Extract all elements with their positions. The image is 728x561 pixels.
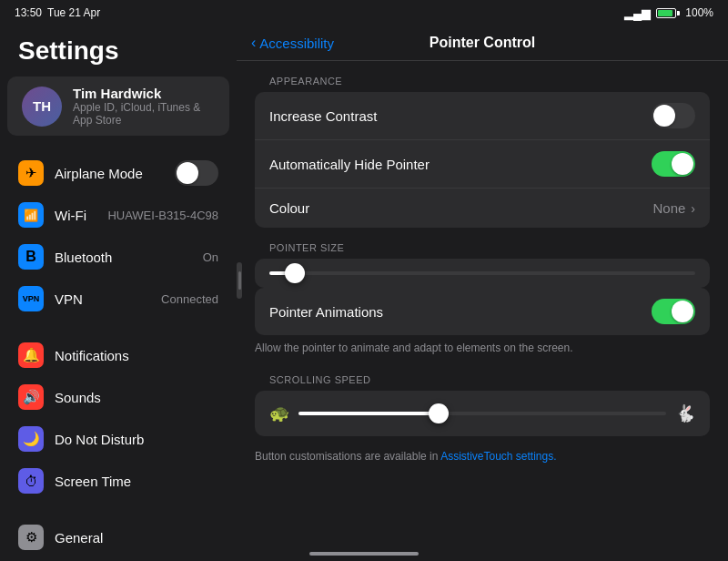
sidebar-item-general[interactable]: ⚙ General xyxy=(7,516,229,558)
pointer-size-slider-container xyxy=(269,271,695,275)
status-date: Tue 21 Apr xyxy=(47,6,100,19)
sidebar-item-airplane-mode[interactable]: ✈ Airplane Mode xyxy=(7,152,229,194)
wifi-label: Wi-Fi xyxy=(55,208,96,223)
rabbit-icon: 🐇 xyxy=(675,403,695,423)
battery-percent: 100% xyxy=(685,6,713,19)
status-bar-left: 13:50 Tue 21 Apr xyxy=(15,6,100,19)
back-label: Accessibility xyxy=(259,36,334,51)
appearance-header: APPEARANCE xyxy=(255,61,710,92)
collapse-handle-bar xyxy=(238,271,241,290)
general-label: General xyxy=(55,530,218,546)
device-frame: 13:50 Tue 21 Apr ▂▄▆ 100% Settings TH xyxy=(0,0,728,561)
sidebar-item-bluetooth[interactable]: B Bluetooth On xyxy=(7,236,229,278)
airplane-mode-icon: ✈ xyxy=(18,160,44,186)
right-panel-header: ‹ Accessibility Pointer Control xyxy=(237,26,728,61)
battery-body xyxy=(656,8,676,18)
pointer-animations-note: Allow the pointer to animate and adapt t… xyxy=(255,335,710,360)
sidebar: Settings TH Tim Hardwick Apple ID, iClou… xyxy=(0,26,237,561)
status-time: 13:50 xyxy=(15,6,42,19)
back-button[interactable]: ‹ Accessibility xyxy=(251,35,334,51)
sidebar-section-connectivity: ✈ Airplane Mode 📶 Wi-Fi HUAWEI-B315-4C98… xyxy=(0,150,237,321)
sounds-label: Sounds xyxy=(55,390,218,405)
sidebar-item-vpn[interactable]: VPN VPN Connected xyxy=(7,278,229,320)
screen-time-icon: ⏱ xyxy=(18,468,44,494)
right-panel-title: Pointer Control xyxy=(430,35,535,51)
status-bar: 13:50 Tue 21 Apr ▂▄▆ 100% xyxy=(0,0,728,26)
pointer-size-header: POINTER SIZE xyxy=(255,228,710,259)
colour-chevron-icon: › xyxy=(691,201,695,216)
battery-fill xyxy=(658,10,672,16)
pointer-size-slider-group xyxy=(255,259,710,288)
increase-contrast-toggle[interactable] xyxy=(652,103,695,128)
scrolling-speed-fill xyxy=(298,412,439,415)
home-indicator xyxy=(309,552,419,556)
pointer-size-section: POINTER SIZE xyxy=(255,228,710,288)
vpn-value: Connected xyxy=(161,292,218,306)
pointer-animations-section: Pointer Animations Allow the pointer to … xyxy=(255,288,710,360)
airplane-mode-label: Airplane Mode xyxy=(55,166,164,181)
sidebar-section-notifications: 🔔 Notifications 🔊 Sounds 🌙 Do Not Distur… xyxy=(0,332,237,504)
pointer-size-thumb[interactable] xyxy=(285,263,305,283)
airplane-mode-toggle[interactable] xyxy=(175,160,218,186)
bluetooth-value: On xyxy=(203,250,218,264)
toggle-knob xyxy=(177,162,198,184)
main-area: Settings TH Tim Hardwick Apple ID, iClou… xyxy=(0,26,728,561)
pointer-size-track[interactable] xyxy=(269,271,695,275)
sidebar-title: Settings xyxy=(0,26,237,73)
sidebar-collapse-handle[interactable] xyxy=(237,262,242,299)
auto-hide-pointer-toggle[interactable] xyxy=(652,151,695,177)
wifi-sidebar-icon: 📶 xyxy=(18,202,44,228)
scrolling-speed-slider-container: 🐢 🐇 xyxy=(269,403,695,423)
turtle-icon: 🐢 xyxy=(269,403,289,423)
notifications-icon: 🔔 xyxy=(18,342,44,368)
avatar: TH xyxy=(22,87,62,127)
status-bar-right: ▂▄▆ 100% xyxy=(624,6,713,20)
appearance-group: Increase Contrast Automatically Hide Poi… xyxy=(255,92,710,228)
sidebar-item-wifi[interactable]: 📶 Wi-Fi HUAWEI-B315-4C98 xyxy=(7,194,229,236)
scrolling-speed-slider-group: 🐢 🐇 xyxy=(255,391,710,436)
sidebar-section-system: ⚙ General ⊞ Control Centre AA Display & … xyxy=(0,515,237,561)
assistive-touch-link[interactable]: AssistiveTouch settings. xyxy=(440,450,556,463)
general-icon: ⚙ xyxy=(18,525,44,550)
sidebar-item-screen-time[interactable]: ⏱ Screen Time xyxy=(7,460,229,502)
profile-name: Tim Hardwick xyxy=(73,86,215,101)
vpn-icon: VPN xyxy=(18,286,44,311)
colour-row[interactable]: Colour None › xyxy=(255,188,710,228)
auto-hide-pointer-knob xyxy=(672,153,693,175)
do-not-disturb-icon: 🌙 xyxy=(18,426,44,452)
increase-contrast-knob xyxy=(653,105,675,127)
vpn-label: VPN xyxy=(55,291,150,307)
wifi-value: HUAWEI-B315-4C98 xyxy=(107,209,218,222)
profile-info: Tim Hardwick Apple ID, iCloud, iTunes & … xyxy=(73,86,215,127)
pointer-animations-knob xyxy=(672,301,693,322)
right-panel: ‹ Accessibility Pointer Control APPEARAN… xyxy=(237,26,728,561)
increase-contrast-row: Increase Contrast xyxy=(255,92,710,139)
do-not-disturb-label: Do Not Disturb xyxy=(55,432,218,447)
footer-note-section: Button customisations are available in A… xyxy=(255,436,710,468)
back-chevron-icon: ‹ xyxy=(251,35,256,51)
bluetooth-icon: B xyxy=(18,244,44,270)
profile-section[interactable]: TH Tim Hardwick Apple ID, iCloud, iTunes… xyxy=(7,76,229,136)
increase-contrast-label: Increase Contrast xyxy=(269,108,652,124)
scrolling-speed-thumb[interactable] xyxy=(429,403,449,423)
sidebar-item-notifications[interactable]: 🔔 Notifications xyxy=(7,334,229,376)
colour-value: None xyxy=(652,200,685,216)
profile-subtitle: Apple ID, iCloud, iTunes & App Store xyxy=(73,101,215,127)
scrolling-speed-section: SCROLLING SPEED 🐢 🐇 xyxy=(255,360,710,436)
pointer-animations-group: Pointer Animations xyxy=(255,288,710,335)
screen-time-label: Screen Time xyxy=(55,474,218,489)
sounds-icon: 🔊 xyxy=(18,384,44,410)
pointer-animations-toggle[interactable] xyxy=(652,299,695,324)
colour-label: Colour xyxy=(269,200,652,216)
wifi-icon: ▂▄▆ xyxy=(624,6,651,20)
sidebar-item-do-not-disturb[interactable]: 🌙 Do Not Disturb xyxy=(7,418,229,460)
footer-note: Button customisations are available in A… xyxy=(255,436,710,468)
sidebar-item-sounds[interactable]: 🔊 Sounds xyxy=(7,376,229,418)
pointer-animations-label: Pointer Animations xyxy=(269,304,652,320)
scrolling-speed-track[interactable] xyxy=(298,412,666,415)
scrolling-speed-header: SCROLLING SPEED xyxy=(255,360,710,391)
bluetooth-label: Bluetooth xyxy=(55,250,192,265)
appearance-section: APPEARANCE Increase Contrast Automatical… xyxy=(255,61,710,228)
notifications-label: Notifications xyxy=(55,348,218,363)
auto-hide-pointer-row: Automatically Hide Pointer xyxy=(255,139,710,188)
